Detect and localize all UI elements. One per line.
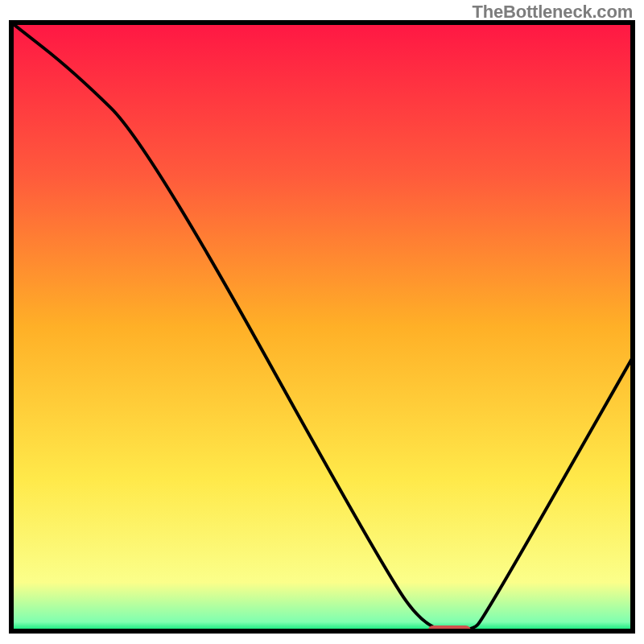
watermark-text: TheBottleneck.com	[472, 2, 633, 23]
bottleneck-chart	[0, 0, 644, 644]
chart-container: TheBottleneck.com	[0, 0, 644, 644]
plot-background	[11, 23, 633, 631]
